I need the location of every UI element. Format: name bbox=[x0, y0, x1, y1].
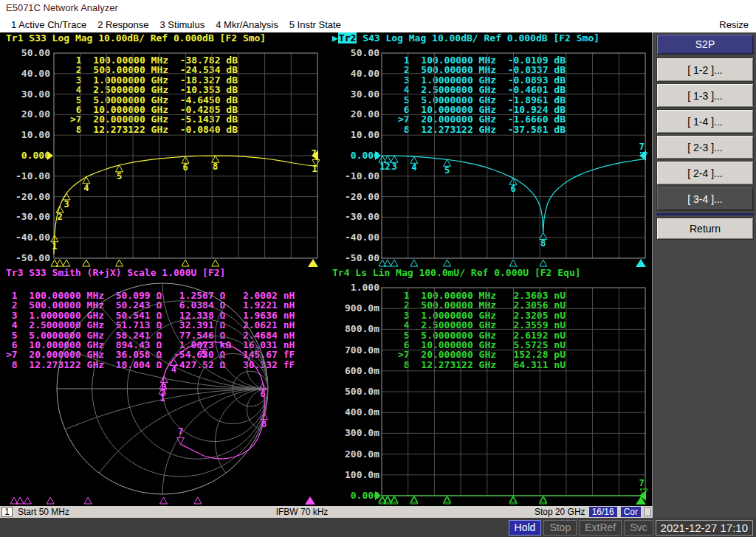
softkey-2-4[interactable]: [ 2-4 ]... bbox=[656, 161, 754, 185]
tr2-marker-row-6: 6 10.000000 GHz -10.924 dB bbox=[398, 105, 566, 114]
tr2-y-axis-label-6: -10.00 bbox=[331, 171, 379, 181]
tr4-y-axis-label-10: 0.000 bbox=[331, 491, 379, 501]
tr4-marker-row-6: 6 10.000000 GHz 5.5725 nU bbox=[398, 340, 566, 350]
softkey-return[interactable]: Return bbox=[656, 218, 754, 240]
tr1-y-axis-label-9: -40.00 bbox=[1, 232, 50, 243]
tr2-y-axis-label-2: 30.00 bbox=[331, 89, 379, 100]
softkey-1-4[interactable]: [ 1-4 ]... bbox=[656, 109, 754, 134]
tr2-marker-row-2: 2 500.00000 MHz -0.0337 dB bbox=[398, 65, 566, 75]
tr2-y-axis-label-9: -40.00 bbox=[331, 232, 379, 243]
tr2-marker-row-8: 8 12.273122 GHz -37.581 dB bbox=[398, 125, 566, 134]
softkey-separator bbox=[656, 213, 754, 215]
tr3-marker-row-1: 1 100.00000 MHz 50.099 Ω 1.2567 Ω 2.0002… bbox=[6, 291, 295, 300]
tr1-y-axis-label-10: -50.00 bbox=[1, 253, 50, 263]
tr2-y-axis-label-3: 20.00 bbox=[331, 109, 379, 119]
tr2-y-axis-label-7: -20.00 bbox=[331, 192, 379, 202]
tr1-marker-row-2: 2 500.00000 MHz -24.534 dB bbox=[70, 65, 238, 75]
tr4-y-axis-label-7: 300.0m bbox=[331, 428, 379, 438]
tr1-y-axis-label-7: -20.00 bbox=[1, 192, 50, 202]
tr4-marker-row-2: 2 500.00000 MHz 2.3056 nU bbox=[398, 300, 566, 310]
tr2-marker-row-4: 4 2.5000000 GHz -0.4601 dB bbox=[398, 85, 566, 94]
tr1-y-axis-label-4: 10.00 bbox=[1, 130, 50, 140]
menu-item-4[interactable]: 4 Mkr/Analysis bbox=[216, 19, 278, 30]
tr1-y-axis-label-5: 0.000 bbox=[1, 150, 50, 161]
tr4-y-axis-label-4: 600.0m bbox=[331, 366, 379, 376]
tr2-y-axis-label-8: -30.00 bbox=[331, 212, 379, 222]
tr4-y-axis-label-1: 900.0m bbox=[331, 303, 379, 313]
points-badge: 16/16 bbox=[589, 507, 617, 517]
left-column: Tr1 S33 Log Mag 10.00dB/ Ref 0.000dB [F2… bbox=[0, 32, 653, 518]
tr4-y-axis-label-5: 500.0m bbox=[331, 387, 379, 397]
menu-item-3[interactable]: 3 Stimulus bbox=[160, 19, 205, 30]
main-area: Tr1 S33 Log Mag 10.00dB/ Ref 0.000dB [F2… bbox=[0, 32, 756, 518]
tr4-y-axis-label-6: 400.0m bbox=[331, 407, 379, 418]
tr1-marker-row-3: 3 1.0000000 GHz -18.327 dB bbox=[70, 75, 238, 85]
extref-indicator: ExtRef bbox=[579, 520, 622, 536]
tr1-marker-row-6: 6 10.000000 GHz -0.4285 dB bbox=[70, 105, 238, 114]
menu-items: 1 Active Ch/Trace2 Response3 Stimulus4 M… bbox=[0, 19, 341, 30]
tr1-marker-row-1: 1 100.00000 MHz -38.782 dB bbox=[70, 55, 238, 65]
menu-bar: 1 Active Ch/Trace2 Response3 Stimulus4 M… bbox=[0, 16, 756, 32]
tr1-header: Tr1 S33 Log Mag 10.00dB/ Ref 0.000dB [F2… bbox=[6, 33, 266, 43]
sidebar-filler bbox=[656, 241, 754, 518]
tr2-y-axis-label-10: -50.00 bbox=[331, 253, 379, 263]
softkey-s2p[interactable]: S2P bbox=[656, 34, 754, 55]
tr4-marker-row-3: 3 1.0000000 GHz 2.3205 nU bbox=[398, 311, 566, 320]
tr3-marker-row-8: 8 12.273122 GHz 18.004 Ω -427.52 Ω 30.33… bbox=[6, 360, 295, 370]
tr2-y-axis-label-4: 10.00 bbox=[331, 130, 379, 140]
tr4-marker-row-1: 1 100.00000 MHz 2.3603 nU bbox=[398, 291, 566, 300]
channel-status-bar: 1 Start 50 MHz IFBW 70 kHz Stop 20 GHz 1… bbox=[0, 506, 653, 518]
chart-text-layer: Tr1 S33 Log Mag 10.00dB/ Ref 0.000dB [F2… bbox=[0, 32, 653, 506]
app-title: E5071C Network Analyzer bbox=[6, 2, 118, 13]
tr4-marker-row-8: 8 12.273122 GHz 64.311 nU bbox=[398, 360, 566, 370]
tr2-y-axis-label-1: 40.00 bbox=[331, 69, 379, 79]
tr2-header: ▶Tr2 S43 Log Mag 10.00dB/ Ref 0.000dB [F… bbox=[332, 33, 599, 43]
softkey-1-3[interactable]: [ 1-3 ]... bbox=[656, 83, 754, 108]
softkey-sidebar: S2P[ 1-2 ]...[ 1-3 ]...[ 1-4 ]...[ 2-3 ]… bbox=[653, 32, 756, 518]
menu-item-2[interactable]: 2 Response bbox=[97, 19, 148, 30]
tr4-marker-row-4: 4 2.5000000 GHz 2.3559 nU bbox=[398, 320, 566, 330]
tr3-marker-row-5: 5 5.0000000 GHz 58.241 Ω 77.546 Ω 2.4684… bbox=[6, 330, 295, 340]
tr1-marker-row-5: 5 5.0000000 GHz -4.6450 dB bbox=[70, 95, 238, 105]
tr2-marker-row-3: 3 1.0000000 GHz -0.0893 dB bbox=[398, 75, 566, 85]
tr4-y-axis-label-9: 100.0m bbox=[331, 470, 379, 480]
tr4-header: Tr4 Ls Lin Mag 100.0mU/ Ref 0.000U [F2 E… bbox=[332, 268, 581, 277]
menu-item-5[interactable]: 5 Instr State bbox=[289, 19, 341, 30]
sweep-stop-label: Stop 20 GHz bbox=[535, 507, 585, 517]
resize-button[interactable]: Resize bbox=[719, 19, 749, 30]
channel-number: 1 bbox=[1, 507, 13, 517]
status-indicator-box bbox=[644, 507, 651, 516]
tr3-marker-row-4: 4 2.5000000 GHz 51.713 Ω 32.391 Ω 2.0621… bbox=[6, 320, 295, 330]
active-trace-arrow-icon: ▶ bbox=[332, 32, 338, 44]
tr3-header: Tr3 S33 Smith (R+jX) Scale 1.000U [F2] bbox=[6, 268, 225, 277]
trace-header-text: S43 Log Mag 10.00dB/ Ref 0.000dB [F2 Smo… bbox=[357, 32, 599, 44]
tr3-marker-row-3: 3 1.0000000 GHz 50.541 Ω 12.338 Ω 1.9636… bbox=[6, 311, 295, 320]
svc-indicator: Svc bbox=[624, 520, 653, 536]
tr2-marker-row-7: >7 20.000000 GHz -1.6660 dB bbox=[398, 114, 566, 124]
tr2-marker-row-5: 5 5.0000000 GHz -1.8961 dB bbox=[398, 95, 566, 105]
tr4-y-axis-label-3: 700.0m bbox=[331, 345, 379, 356]
softkey-3-4[interactable]: [ 3-4 ]... bbox=[656, 187, 754, 211]
tr4-y-axis-label-2: 800.0m bbox=[331, 324, 379, 334]
tr1-marker-row-8: 8 12.273122 GHz -0.0840 dB bbox=[70, 125, 238, 134]
softkey-1-2[interactable]: [ 1-2 ]... bbox=[656, 58, 754, 82]
tr1-y-axis-label-1: 40.00 bbox=[1, 69, 50, 79]
ifbw-label: IFBW 70 kHz bbox=[69, 507, 535, 517]
tr1-marker-row-4: 4 2.5000000 GHz -10.353 dB bbox=[70, 85, 238, 94]
tr4-marker-row-5: 5 5.0000000 GHz 2.6192 nU bbox=[398, 330, 566, 340]
tr1-y-axis-label-6: -10.00 bbox=[1, 171, 50, 181]
tr4-y-axis-label-0: 1.000 bbox=[331, 283, 379, 293]
tr2-y-axis-label-5: 0.000 bbox=[331, 150, 379, 161]
tr2-marker-row-1: 1 100.00000 MHz -0.0109 dB bbox=[398, 55, 566, 65]
tr3-marker-row-6: 6 10.000000 GHz 894.43 Ω 1.0073 kΩ 16.03… bbox=[6, 340, 295, 350]
hold-indicator: Hold bbox=[509, 520, 542, 536]
tr1-y-axis-label-8: -30.00 bbox=[1, 212, 50, 222]
tr1-y-axis-label-3: 20.00 bbox=[1, 109, 50, 119]
instrument-status-bar: Hold Stop ExtRef Svc 2021-12-27 17:10 bbox=[0, 518, 756, 537]
tr1-marker-row-7: >7 20.000000 GHz -5.1437 dB bbox=[70, 114, 238, 124]
stop-indicator: Stop bbox=[543, 520, 577, 536]
tr3-marker-row-7: >7 20.000000 GHz 36.058 Ω -54.630 Ω 145.… bbox=[6, 350, 295, 359]
softkey-2-3[interactable]: [ 2-3 ]... bbox=[656, 135, 754, 159]
menu-item-1[interactable]: 1 Active Ch/Trace bbox=[11, 19, 86, 30]
tr3-marker-row-2: 2 500.00000 MHz 50.243 Ω 6.0384 Ω 1.9221… bbox=[6, 300, 295, 310]
